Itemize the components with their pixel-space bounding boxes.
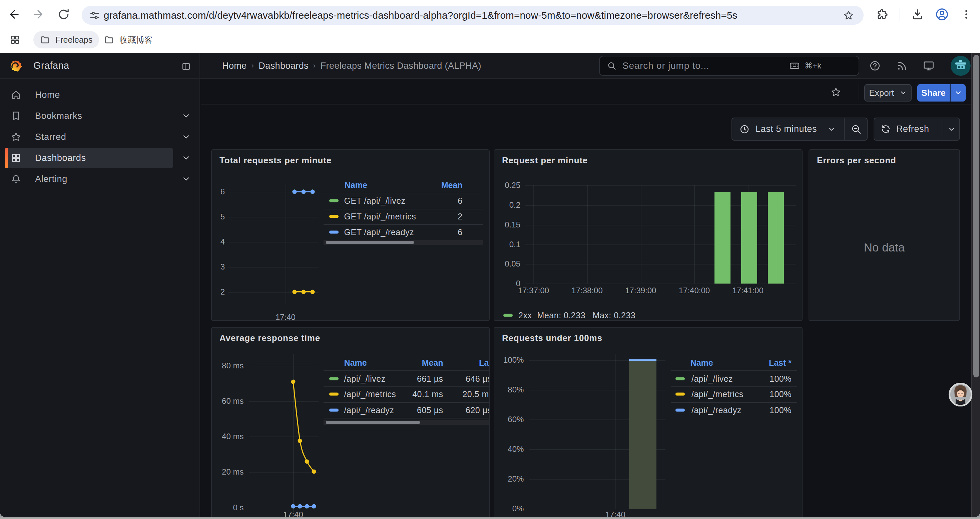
breadcrumb-dashboards[interactable]: Dashboards: [259, 61, 309, 71]
export-button[interactable]: Export: [864, 84, 912, 102]
group-divider: [844, 118, 845, 140]
legend-series-name[interactable]: GET /api/_/metrics: [344, 211, 416, 221]
legend-series-last: 620 µs: [466, 405, 490, 415]
apps-grid-icon[interactable]: [7, 32, 23, 48]
url-bar[interactable]: grafana.mathmast.com/d/deytv4rwavabkb/fr…: [82, 6, 864, 25]
sidebar-nav: HomeBookmarksStarredDashboardsAlerting: [0, 79, 200, 517]
chevron-down-icon[interactable]: [181, 111, 191, 121]
legend-series-name[interactable]: GET /api/_/readyz: [344, 227, 414, 237]
rss-icon[interactable]: [896, 60, 908, 72]
legend-series-name[interactable]: /api/_/readyz: [344, 405, 394, 415]
forward-button[interactable]: [30, 7, 46, 22]
search-input[interactable]: Search or jump to... ⌘+k: [599, 56, 859, 76]
active-accent-bar: [5, 148, 8, 168]
site-settings-icon[interactable]: [87, 8, 102, 23]
sidebar-item-bookmarks[interactable]: Bookmarks: [0, 105, 200, 126]
browser-window: grafana.mathmast.com/d/deytv4rwavabkb/fr…: [0, 0, 980, 517]
no-data-message: No data: [809, 241, 959, 254]
series-point: [301, 190, 305, 194]
help-icon[interactable]: [869, 60, 881, 72]
collapse-sidebar-icon[interactable]: [181, 61, 191, 71]
monitor-icon[interactable]: [923, 60, 935, 72]
series-point: [298, 504, 302, 509]
legend-swatch: [503, 314, 513, 317]
sidebar-item-home[interactable]: Home: [0, 85, 200, 105]
page-scrollbar[interactable]: [971, 53, 980, 517]
apps-icon: [11, 153, 21, 163]
group-divider: [943, 118, 943, 140]
bookmarks-divider: [29, 34, 29, 45]
downloads-icon[interactable]: [910, 7, 925, 22]
legend-series-name[interactable]: /api/_/metrics: [692, 390, 743, 399]
legend-series-name[interactable]: /api/_/metrics: [344, 390, 396, 399]
legend-series-last: 646 µs: [466, 374, 490, 383]
legend-separator: [323, 386, 490, 387]
legend-series-last: 100%: [751, 405, 792, 415]
extensions-icon[interactable]: [875, 7, 890, 22]
legend-mean: Mean: 0.233: [538, 311, 586, 320]
share-button[interactable]: Share: [917, 84, 950, 102]
time-range-picker[interactable]: Last 5 minutes: [732, 118, 868, 141]
bar-2xx: [741, 192, 757, 284]
bookmark-folder-freeleaps[interactable]: Freeleaps: [33, 31, 99, 48]
panel-requests-under-100ms[interactable]: Requests under 100ms 100%80%60%40%20%0%1…: [494, 327, 803, 517]
panel-average-response-time[interactable]: Average response time 80 ms60 ms40 ms20 …: [211, 327, 490, 517]
favorite-star-icon[interactable]: [830, 87, 841, 97]
series-point: [310, 190, 315, 194]
gridline: [587, 185, 588, 284]
y-axis-tick: 80%: [494, 385, 524, 394]
breadcrumb-home[interactable]: Home: [222, 61, 247, 71]
app-header: Home › Dashboards › Freeleaps Metrics Da…: [200, 53, 980, 79]
y-axis-tick: 0: [494, 279, 520, 288]
legend-series-name[interactable]: /api/_/livez: [344, 374, 386, 383]
profile-icon[interactable]: [934, 7, 950, 22]
legend-swatch: [329, 200, 339, 203]
chevron-down-icon[interactable]: [181, 174, 191, 184]
dashboard-toolbar: Export Share: [201, 79, 980, 105]
sidebar-item-label: Bookmarks: [35, 105, 82, 126]
legend-swatch: [329, 215, 339, 218]
legend-series-name[interactable]: /api/_/readyz: [692, 405, 741, 415]
legend-series-name[interactable]: /api/_/livez: [692, 374, 733, 383]
y-axis-tick: 0.2: [494, 200, 520, 210]
menu-kebab-icon[interactable]: [959, 7, 974, 22]
legend-series-name[interactable]: GET /api/_/livez: [344, 196, 406, 206]
user-avatar[interactable]: [951, 56, 970, 76]
scrollbar-thumb[interactable]: [973, 55, 979, 377]
sidebar-item-starred[interactable]: Starred: [0, 126, 200, 148]
legend-swatch: [675, 409, 685, 412]
series-point: [291, 504, 295, 509]
x-axis-tick: 17:38:00: [571, 286, 602, 295]
nav-highlight: [5, 85, 173, 105]
sidebar-item-alerting[interactable]: Alerting: [0, 169, 200, 190]
sidebar-item-dashboards[interactable]: Dashboards: [0, 148, 200, 169]
legend-header-name: Name: [344, 358, 367, 368]
legend-separator: [323, 193, 483, 193]
chevron-down-icon[interactable]: [181, 153, 191, 163]
legend-series-value: 6: [423, 227, 463, 237]
share-menu-button[interactable]: [950, 84, 966, 102]
zoom-out-icon[interactable]: [851, 124, 862, 134]
panel-total-requests-per-minute[interactable]: Total requests per minute 6543217:40 Nam…: [211, 149, 490, 321]
bookmark-folder-blogs[interactable]: 收藏博客: [97, 31, 159, 48]
y-axis-tick: 0%: [494, 504, 524, 513]
gridline: [525, 185, 796, 186]
legend-separator: [323, 418, 490, 418]
bookmark-star-icon[interactable]: [841, 8, 856, 23]
y-axis-tick: 20%: [494, 474, 524, 484]
panel-request-per-minute[interactable]: Request per minute 00.050.10.150.20.2517…: [494, 149, 803, 321]
time-range-label: Last 5 minutes: [756, 124, 817, 134]
reload-button[interactable]: [56, 7, 72, 22]
refresh-controls[interactable]: Refresh: [873, 118, 960, 141]
legend-separator: [671, 402, 797, 403]
panel-errors-per-second[interactable]: Errors per second No data: [808, 149, 960, 321]
legend-swatch: [675, 393, 685, 396]
nav-highlight: [5, 127, 173, 147]
chevron-down-icon[interactable]: [181, 132, 191, 142]
sidebar-item-label: Alerting: [35, 169, 67, 190]
x-axis-tick: 17:40:00: [679, 286, 710, 295]
grafana-logo[interactable]: [10, 59, 23, 72]
back-button[interactable]: [7, 7, 22, 22]
refresh-icon: [881, 124, 891, 134]
browser-chrome: grafana.mathmast.com/d/deytv4rwavabkb/fr…: [0, 0, 980, 53]
